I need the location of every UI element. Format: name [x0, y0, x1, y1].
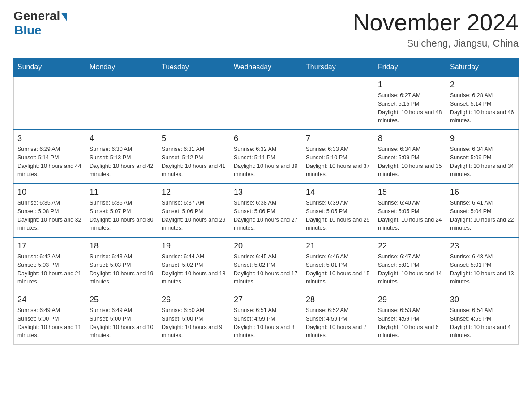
day-number: 29	[378, 295, 442, 304]
week-row-4: 17Sunrise: 6:42 AMSunset: 5:03 PMDayligh…	[14, 237, 519, 291]
sun-info: Sunrise: 6:49 AMSunset: 5:00 PMDaylight:…	[17, 306, 82, 340]
day-number: 3	[17, 134, 82, 143]
weekday-header-monday: Monday	[86, 59, 158, 77]
calendar-cell: 20Sunrise: 6:45 AMSunset: 5:02 PMDayligh…	[230, 237, 302, 291]
calendar-cell: 11Sunrise: 6:36 AMSunset: 5:07 PMDayligh…	[86, 184, 158, 237]
calendar-cell	[302, 76, 374, 130]
month-title: November 2024	[353, 9, 519, 36]
sun-info: Sunrise: 6:27 AMSunset: 5:15 PMDaylight:…	[378, 91, 442, 125]
title-section: November 2024 Suicheng, Jiangsu, China	[353, 9, 519, 49]
calendar-cell	[158, 76, 230, 130]
sun-info: Sunrise: 6:29 AMSunset: 5:14 PMDaylight:…	[17, 145, 82, 179]
calendar-cell: 12Sunrise: 6:37 AMSunset: 5:06 PMDayligh…	[158, 184, 230, 237]
day-number: 26	[162, 295, 226, 304]
day-number: 14	[306, 188, 370, 197]
day-number: 1	[378, 80, 442, 90]
calendar-cell: 1Sunrise: 6:27 AMSunset: 5:15 PMDaylight…	[374, 76, 446, 130]
calendar-cell: 27Sunrise: 6:51 AMSunset: 4:59 PMDayligh…	[230, 291, 302, 345]
calendar-cell: 6Sunrise: 6:32 AMSunset: 5:11 PMDaylight…	[230, 130, 302, 184]
weekday-header-row: SundayMondayTuesdayWednesdayThursdayFrid…	[14, 59, 519, 77]
week-row-2: 3Sunrise: 6:29 AMSunset: 5:14 PMDaylight…	[14, 130, 519, 184]
sun-info: Sunrise: 6:34 AMSunset: 5:09 PMDaylight:…	[378, 145, 442, 179]
day-number: 30	[450, 295, 515, 304]
weekday-header-tuesday: Tuesday	[158, 59, 230, 77]
sun-info: Sunrise: 6:48 AMSunset: 5:01 PMDaylight:…	[450, 253, 515, 286]
day-number: 17	[17, 241, 82, 251]
sun-info: Sunrise: 6:28 AMSunset: 5:14 PMDaylight:…	[450, 91, 515, 125]
day-number: 6	[234, 134, 298, 143]
calendar-cell: 29Sunrise: 6:53 AMSunset: 4:59 PMDayligh…	[374, 291, 446, 345]
calendar-cell: 21Sunrise: 6:46 AMSunset: 5:01 PMDayligh…	[302, 237, 374, 291]
calendar-cell	[86, 76, 158, 130]
day-number: 28	[306, 295, 370, 304]
calendar-cell: 2Sunrise: 6:28 AMSunset: 5:14 PMDaylight…	[446, 76, 519, 130]
week-row-1: 1Sunrise: 6:27 AMSunset: 5:15 PMDaylight…	[14, 76, 519, 130]
sun-info: Sunrise: 6:38 AMSunset: 5:06 PMDaylight:…	[234, 199, 298, 232]
calendar-cell: 19Sunrise: 6:44 AMSunset: 5:02 PMDayligh…	[158, 237, 230, 291]
week-row-5: 24Sunrise: 6:49 AMSunset: 5:00 PMDayligh…	[14, 291, 519, 345]
day-number: 25	[90, 295, 154, 304]
weekday-header-sunday: Sunday	[14, 59, 86, 77]
calendar-cell: 25Sunrise: 6:49 AMSunset: 5:00 PMDayligh…	[86, 291, 158, 345]
sun-info: Sunrise: 6:33 AMSunset: 5:10 PMDaylight:…	[306, 145, 370, 179]
logo: General Blue	[13, 9, 67, 38]
sun-info: Sunrise: 6:43 AMSunset: 5:03 PMDaylight:…	[90, 253, 154, 286]
day-number: 12	[162, 188, 226, 197]
day-number: 7	[306, 134, 370, 143]
calendar-cell: 7Sunrise: 6:33 AMSunset: 5:10 PMDaylight…	[302, 130, 374, 184]
sun-info: Sunrise: 6:46 AMSunset: 5:01 PMDaylight:…	[306, 253, 370, 286]
day-number: 8	[378, 134, 442, 143]
week-row-3: 10Sunrise: 6:35 AMSunset: 5:08 PMDayligh…	[14, 184, 519, 237]
sun-info: Sunrise: 6:47 AMSunset: 5:01 PMDaylight:…	[378, 253, 442, 286]
sun-info: Sunrise: 6:54 AMSunset: 4:59 PMDaylight:…	[450, 306, 515, 340]
day-number: 23	[450, 241, 515, 251]
page-header: General Blue November 2024 Suicheng, Jia…	[13, 9, 519, 49]
calendar-cell: 23Sunrise: 6:48 AMSunset: 5:01 PMDayligh…	[446, 237, 519, 291]
day-number: 20	[234, 241, 298, 251]
sun-info: Sunrise: 6:34 AMSunset: 5:09 PMDaylight:…	[450, 145, 515, 179]
logo-general-text: General	[13, 9, 60, 23]
sun-info: Sunrise: 6:41 AMSunset: 5:04 PMDaylight:…	[450, 199, 515, 232]
sun-info: Sunrise: 6:39 AMSunset: 5:05 PMDaylight:…	[306, 199, 370, 232]
sun-info: Sunrise: 6:45 AMSunset: 5:02 PMDaylight:…	[234, 253, 298, 286]
day-number: 22	[378, 241, 442, 251]
calendar-table: SundayMondayTuesdayWednesdayThursdayFrid…	[13, 58, 519, 345]
weekday-header-friday: Friday	[374, 59, 446, 77]
sun-info: Sunrise: 6:40 AMSunset: 5:05 PMDaylight:…	[378, 199, 442, 232]
calendar-cell: 28Sunrise: 6:52 AMSunset: 4:59 PMDayligh…	[302, 291, 374, 345]
day-number: 5	[162, 134, 226, 143]
sun-info: Sunrise: 6:42 AMSunset: 5:03 PMDaylight:…	[17, 253, 82, 286]
calendar-cell: 15Sunrise: 6:40 AMSunset: 5:05 PMDayligh…	[374, 184, 446, 237]
day-number: 9	[450, 134, 515, 143]
calendar-cell: 24Sunrise: 6:49 AMSunset: 5:00 PMDayligh…	[14, 291, 86, 345]
logo-blue-text: Blue	[14, 23, 42, 38]
sun-info: Sunrise: 6:52 AMSunset: 4:59 PMDaylight:…	[306, 306, 370, 340]
weekday-header-saturday: Saturday	[446, 59, 519, 77]
calendar-cell: 17Sunrise: 6:42 AMSunset: 5:03 PMDayligh…	[14, 237, 86, 291]
sun-info: Sunrise: 6:36 AMSunset: 5:07 PMDaylight:…	[90, 199, 154, 232]
weekday-header-thursday: Thursday	[302, 59, 374, 77]
calendar-cell: 4Sunrise: 6:30 AMSunset: 5:13 PMDaylight…	[86, 130, 158, 184]
sun-info: Sunrise: 6:51 AMSunset: 4:59 PMDaylight:…	[234, 306, 298, 340]
calendar-cell	[14, 76, 86, 130]
calendar-cell: 18Sunrise: 6:43 AMSunset: 5:03 PMDayligh…	[86, 237, 158, 291]
sun-info: Sunrise: 6:35 AMSunset: 5:08 PMDaylight:…	[17, 199, 82, 232]
day-number: 27	[234, 295, 298, 304]
calendar-cell: 9Sunrise: 6:34 AMSunset: 5:09 PMDaylight…	[446, 130, 519, 184]
calendar-cell: 13Sunrise: 6:38 AMSunset: 5:06 PMDayligh…	[230, 184, 302, 237]
calendar-cell: 3Sunrise: 6:29 AMSunset: 5:14 PMDaylight…	[14, 130, 86, 184]
calendar-cell: 8Sunrise: 6:34 AMSunset: 5:09 PMDaylight…	[374, 130, 446, 184]
calendar-cell	[230, 76, 302, 130]
day-number: 19	[162, 241, 226, 251]
sun-info: Sunrise: 6:37 AMSunset: 5:06 PMDaylight:…	[162, 199, 226, 232]
day-number: 13	[234, 188, 298, 197]
sun-info: Sunrise: 6:32 AMSunset: 5:11 PMDaylight:…	[234, 145, 298, 179]
calendar-cell: 22Sunrise: 6:47 AMSunset: 5:01 PMDayligh…	[374, 237, 446, 291]
sun-info: Sunrise: 6:53 AMSunset: 4:59 PMDaylight:…	[378, 306, 442, 340]
location-text: Suicheng, Jiangsu, China	[353, 38, 519, 49]
day-number: 16	[450, 188, 515, 197]
calendar-cell: 5Sunrise: 6:31 AMSunset: 5:12 PMDaylight…	[158, 130, 230, 184]
day-number: 21	[306, 241, 370, 251]
day-number: 4	[90, 134, 154, 143]
day-number: 11	[90, 188, 154, 197]
